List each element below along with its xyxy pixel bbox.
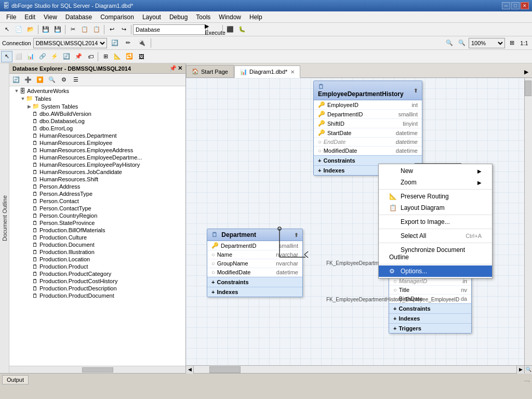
conn-disconnect[interactable]: 🔌 xyxy=(136,37,148,49)
tb-execute[interactable]: ▶ Execute xyxy=(209,24,221,35)
menu-comparison[interactable]: Comparison xyxy=(96,11,138,23)
tb-debug[interactable]: 🐛 xyxy=(236,24,248,35)
tb-copy[interactable]: 📋 xyxy=(79,24,90,35)
table-department[interactable]: 🗒 Department ⬆ 🔑 DepartmentID smallint ○… xyxy=(207,229,303,297)
tb-redo[interactable]: ↪ xyxy=(118,24,129,35)
tb-undo[interactable]: ↩ xyxy=(106,24,117,35)
tree-prod-product[interactable]: 🗒 Production.Product xyxy=(9,263,185,270)
tree-prod-document[interactable]: 🗒 Production.Document xyxy=(9,241,185,248)
tb-paste[interactable]: 📋 xyxy=(91,24,102,35)
tool-select[interactable]: ↖ xyxy=(1,51,12,62)
menu-window[interactable]: Window xyxy=(215,11,245,23)
tree-databaselog[interactable]: 🗒 dbo.DatabaseLog xyxy=(9,117,185,125)
edh-field-departmentid[interactable]: 🔑 DepartmentID smallint xyxy=(314,110,422,119)
tab-close-diagram1[interactable]: ✕ xyxy=(290,69,295,75)
dept-field-groupname[interactable]: ○ GroupName nvarchar xyxy=(207,259,302,268)
tb-stop[interactable]: ⬛ xyxy=(224,24,236,35)
scroll-right[interactable]: ▶ xyxy=(516,366,524,374)
zoom-select[interactable]: 100% 75% 150% xyxy=(469,38,505,48)
dbe-search[interactable]: 🔍 xyxy=(46,74,58,86)
menu-view[interactable]: View xyxy=(39,11,61,23)
ctx-export-image[interactable]: Export to Image... xyxy=(379,216,492,228)
tree-hr-employee[interactable]: 🗒 HumanResources.Employee xyxy=(9,139,185,147)
scrollbar-thumb-h[interactable] xyxy=(209,366,241,373)
tool-11[interactable]: 🖼 xyxy=(136,51,147,62)
menu-layout[interactable]: Layout xyxy=(138,11,165,23)
dbe-list[interactable]: ☰ xyxy=(70,74,82,86)
scroll-bottom-right[interactable]: 🔍 xyxy=(524,366,532,374)
tree-hr-department[interactable]: 🗒 HumanResources.Department xyxy=(9,132,185,139)
dbe-filter[interactable]: 🔽 xyxy=(34,74,46,86)
emp-triggers[interactable]: + Triggers xyxy=(389,323,471,333)
dept-constraints[interactable]: + Constraints xyxy=(207,277,302,287)
tb-arrow[interactable]: ↖ xyxy=(1,24,12,35)
tool-10[interactable]: 🔁 xyxy=(124,51,135,62)
ctx-layout-diagram[interactable]: 📋Layout Diagram xyxy=(379,202,492,214)
dbe-new[interactable]: ➕ xyxy=(22,74,34,86)
dbe-settings[interactable]: ⚙ xyxy=(58,74,70,86)
tree-prod-illustration[interactable]: 🗒 Production.Illustration xyxy=(9,248,185,256)
tool-3[interactable]: 🔗 xyxy=(37,51,48,62)
tool-7[interactable]: 🏷 xyxy=(85,51,96,62)
scrollbar-thumb-v[interactable] xyxy=(525,81,531,96)
edh-field-enddate[interactable]: ○ EndDate datetime xyxy=(314,138,422,147)
tree-hr-employeedepartment[interactable]: 🗒 HumanResources.EmployeeDepartme... xyxy=(9,154,185,161)
tree-prod-productdescription[interactable]: 🗒 Production.ProductDescription xyxy=(9,285,185,292)
tree-hr-employeepayhist[interactable]: 🗒 HumanResources.EmployeePayHistory xyxy=(9,161,185,168)
dbe-refresh[interactable]: 🔄 xyxy=(10,74,22,86)
menu-help[interactable]: Help xyxy=(245,11,267,23)
tool-2[interactable]: 📊 xyxy=(25,51,36,62)
emp-constraints[interactable]: + Constraints xyxy=(389,303,471,313)
tool-5[interactable]: 🔄 xyxy=(61,51,72,62)
table-header-dept[interactable]: 🗒 Department ⬆ xyxy=(207,229,302,241)
tree-tables[interactable]: ▼ 📁 Tables xyxy=(9,95,185,102)
tb-save[interactable]: 💾 xyxy=(40,24,51,35)
tool-4[interactable]: ⚡ xyxy=(49,51,60,62)
dept-field-modifieddate[interactable]: ○ ModifiedDate datetime xyxy=(207,268,302,277)
minimize-button[interactable]: ─ xyxy=(502,2,510,9)
tb-saveall[interactable]: 💾 xyxy=(52,24,63,35)
zoom-in[interactable]: 🔍 xyxy=(444,37,455,49)
ctx-sync-outline[interactable]: Synchronize Document Outline xyxy=(379,244,492,263)
db-explorer-close[interactable]: ✕ xyxy=(178,65,182,72)
database-input[interactable] xyxy=(133,24,206,35)
emp-indexes[interactable]: + Indexes xyxy=(389,313,471,323)
emp-field-birthdate[interactable]: ○ BirthDate da xyxy=(389,295,471,303)
tool-1[interactable]: ⬜ xyxy=(13,51,24,62)
conn-refresh[interactable]: 🔄 xyxy=(109,37,121,49)
tree-prod-location[interactable]: 🗒 Production.Location xyxy=(9,256,185,263)
tab-scroll-right[interactable]: ▶ xyxy=(521,66,532,77)
zoom-fit[interactable]: ⊞ xyxy=(506,37,517,49)
dept-indexes[interactable]: + Indexes xyxy=(207,287,302,297)
tree-person-address[interactable]: 🗒 Person.Address xyxy=(9,183,185,190)
emp-field-title[interactable]: ○ Title nv xyxy=(389,286,471,295)
menu-tools[interactable]: Tools xyxy=(192,11,215,23)
edh-field-modifieddate[interactable]: ○ ModifiedDate datetime xyxy=(314,147,422,155)
tree-person-contact[interactable]: 🗒 Person.Contact xyxy=(9,197,185,205)
diagram-scroll-h[interactable]: ◀ ▶ 🔍 xyxy=(186,365,532,373)
edh-field-shiftid[interactable]: 🔑 ShiftID tinyint xyxy=(314,119,422,128)
tree-prod-culture[interactable]: 🗒 Production.Culture xyxy=(9,234,185,241)
ctx-new[interactable]: New ▶ xyxy=(379,165,492,177)
tool-8[interactable]: ⊞ xyxy=(100,51,111,62)
table-header-edh[interactable]: 🗒 EmployeeDepartmentHistory ⬆ xyxy=(314,81,422,100)
close-button[interactable]: ✕ xyxy=(521,2,529,9)
diagram-canvas[interactable]: FK_EmployeeDepartmentHistory_Department_… xyxy=(186,78,532,365)
tb-cut[interactable]: ✂ xyxy=(67,24,78,35)
tree-hr-jobcandidate[interactable]: 🗒 HumanResources.JobCandidate xyxy=(9,168,185,176)
tab-diagram1[interactable]: 📊 Diagram1.dbd* ✕ xyxy=(234,65,300,78)
scroll-left[interactable]: ◀ xyxy=(186,366,194,374)
collapse-edh[interactable]: ⬆ xyxy=(414,88,418,94)
ctx-preserve-routing[interactable]: 📐Preserve Routing xyxy=(379,191,492,202)
tree-prod-productcosthist[interactable]: 🗒 Production.ProductCostHistory xyxy=(9,277,185,285)
tree-prod-productcategory[interactable]: 🗒 Production.ProductCategory xyxy=(9,270,185,277)
menu-database[interactable]: Database xyxy=(61,11,96,23)
dept-field-name[interactable]: ○ Name nvarchar xyxy=(207,250,302,259)
tab-start-page[interactable]: 🏠 Start Page xyxy=(186,65,234,77)
tree-errorlog[interactable]: 🗒 dbo.ErrorLog xyxy=(9,125,185,132)
tb-open[interactable]: 📂 xyxy=(25,24,36,35)
maximize-button[interactable]: □ xyxy=(511,2,520,9)
tree-person-contacttype[interactable]: 🗒 Person.ContactType xyxy=(9,205,185,212)
connection-select[interactable]: DBMSSQL\MSSQL2014 xyxy=(33,38,107,48)
tree-system-tables[interactable]: ▶ 📁 System Tables xyxy=(9,102,185,110)
